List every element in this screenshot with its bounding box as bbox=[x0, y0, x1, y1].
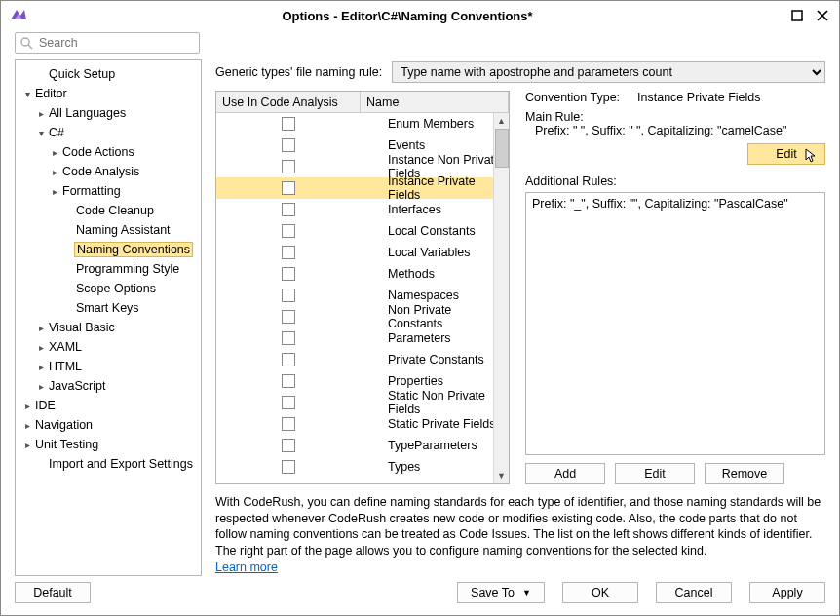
tree-item-programming-style[interactable]: Programming Style bbox=[16, 259, 201, 279]
tree-item-navigation[interactable]: ▸Navigation bbox=[16, 415, 201, 435]
use-in-analysis-checkbox[interactable] bbox=[282, 160, 295, 173]
table-row[interactable]: Interfaces bbox=[216, 199, 509, 220]
table-row[interactable]: Enum Members bbox=[216, 113, 509, 135]
use-in-analysis-checkbox[interactable] bbox=[282, 417, 295, 431]
caret-expanded-icon[interactable]: ▾ bbox=[35, 128, 47, 138]
additional-rule-item[interactable]: Prefix: "_", Suffix: "", Capitalizing: "… bbox=[532, 197, 819, 211]
identifier-name: Methods bbox=[361, 267, 509, 281]
additional-rules-list[interactable]: Prefix: "_", Suffix: "", Capitalizing: "… bbox=[525, 192, 825, 455]
use-in-analysis-checkbox[interactable] bbox=[282, 396, 295, 409]
edit-rule-button[interactable]: Edit bbox=[615, 463, 695, 484]
use-in-analysis-checkbox[interactable] bbox=[282, 203, 295, 216]
caret-collapsed-icon[interactable]: ▸ bbox=[35, 381, 47, 392]
main-rule-label: Main Rule: bbox=[525, 110, 825, 124]
use-in-analysis-checkbox[interactable] bbox=[282, 331, 295, 345]
tree-item-ide[interactable]: ▸IDE bbox=[16, 396, 201, 415]
tree-item-code-actions[interactable]: ▸Code Actions bbox=[16, 142, 201, 162]
use-in-analysis-checkbox[interactable] bbox=[282, 181, 295, 195]
tree-item-naming-assistant[interactable]: Naming Assistant bbox=[16, 220, 201, 240]
scroll-thumb[interactable] bbox=[495, 129, 509, 168]
tree-item-editor[interactable]: ▾Editor bbox=[16, 84, 201, 103]
caret-collapsed-icon[interactable]: ▸ bbox=[21, 401, 33, 411]
tree-item-quick-setup[interactable]: Quick Setup bbox=[16, 64, 201, 84]
identifier-name: Non Private Constants bbox=[361, 303, 509, 330]
ok-button[interactable]: OK bbox=[562, 582, 638, 603]
tree-item-label: IDE bbox=[33, 399, 56, 412]
tree-item-label: Formatting bbox=[60, 184, 121, 198]
table-row[interactable]: Static Non Private Fields bbox=[216, 392, 509, 413]
use-in-analysis-checkbox[interactable] bbox=[282, 310, 295, 324]
tree-item-import-and-export-settings[interactable]: Import and Export Settings bbox=[16, 454, 201, 474]
col-use-in-analysis[interactable]: Use In Code Analysis bbox=[216, 92, 361, 112]
tree-item-c-[interactable]: ▾C# bbox=[16, 123, 201, 142]
tree-item-code-analysis[interactable]: ▸Code Analysis bbox=[16, 162, 201, 181]
use-in-analysis-checkbox[interactable] bbox=[282, 374, 295, 388]
use-in-analysis-checkbox[interactable] bbox=[282, 138, 295, 152]
tree-item-scope-options[interactable]: Scope Options bbox=[16, 279, 201, 298]
options-tree[interactable]: Quick Setup▾Editor▸All Languages▾C#▸Code… bbox=[15, 59, 202, 576]
edit-main-rule-button[interactable]: Edit bbox=[747, 143, 825, 165]
remove-rule-button[interactable]: Remove bbox=[705, 463, 784, 484]
dialog-footer: Default Save To ▼ OK Cancel Apply bbox=[15, 582, 825, 603]
table-row[interactable]: Instance Private Fields bbox=[216, 177, 509, 199]
table-row[interactable]: Non Private Constants bbox=[216, 306, 509, 327]
table-scrollbar[interactable]: ▲ ▼ bbox=[493, 113, 509, 483]
use-in-analysis-checkbox[interactable] bbox=[282, 117, 295, 131]
cancel-button[interactable]: Cancel bbox=[656, 582, 732, 603]
use-in-analysis-checkbox[interactable] bbox=[282, 289, 295, 302]
default-button[interactable]: Default bbox=[15, 582, 91, 603]
tree-item-html[interactable]: ▸HTML bbox=[16, 357, 201, 376]
save-to-button[interactable]: Save To ▼ bbox=[457, 582, 545, 603]
add-rule-button[interactable]: Add bbox=[525, 463, 605, 484]
close-icon[interactable] bbox=[814, 7, 831, 24]
caret-collapsed-icon[interactable]: ▸ bbox=[35, 323, 47, 333]
table-row[interactable]: Private Constants bbox=[216, 349, 509, 370]
use-in-analysis-checkbox[interactable] bbox=[282, 246, 295, 259]
table-row[interactable]: Types bbox=[216, 456, 509, 478]
learn-more-link[interactable]: Learn more bbox=[215, 560, 278, 574]
table-row[interactable]: Local Constants bbox=[216, 220, 509, 242]
caret-collapsed-icon[interactable]: ▸ bbox=[49, 167, 60, 177]
identifier-name: Static Non Private Fields bbox=[361, 389, 509, 416]
tree-item-label: Editor bbox=[33, 87, 67, 100]
tree-item-formatting[interactable]: ▸Formatting bbox=[16, 181, 201, 201]
caret-collapsed-icon[interactable]: ▸ bbox=[35, 342, 47, 353]
table-row[interactable]: Local Variables bbox=[216, 242, 509, 263]
search-box[interactable] bbox=[15, 32, 200, 54]
caret-collapsed-icon[interactable]: ▸ bbox=[49, 186, 60, 197]
use-in-analysis-checkbox[interactable] bbox=[282, 267, 295, 281]
tree-item-naming-conventions[interactable]: Naming Conventions bbox=[16, 240, 201, 259]
caret-collapsed-icon[interactable]: ▸ bbox=[35, 108, 47, 119]
table-row[interactable]: Static Private Fields bbox=[216, 413, 509, 435]
use-in-analysis-checkbox[interactable] bbox=[282, 439, 295, 452]
use-in-analysis-checkbox[interactable] bbox=[282, 460, 295, 474]
caret-expanded-icon[interactable]: ▾ bbox=[21, 89, 33, 99]
caret-collapsed-icon[interactable]: ▸ bbox=[35, 362, 47, 372]
caret-collapsed-icon[interactable]: ▸ bbox=[21, 420, 33, 431]
tree-item-unit-testing[interactable]: ▸Unit Testing bbox=[16, 435, 201, 454]
search-input[interactable] bbox=[37, 35, 195, 51]
use-in-analysis-checkbox[interactable] bbox=[282, 224, 295, 238]
tree-item-xaml[interactable]: ▸XAML bbox=[16, 337, 201, 357]
svg-line-4 bbox=[28, 45, 32, 49]
scroll-down-icon[interactable]: ▼ bbox=[494, 468, 509, 483]
caret-collapsed-icon[interactable]: ▸ bbox=[21, 440, 33, 450]
tree-item-visual-basic[interactable]: ▸Visual Basic bbox=[16, 318, 201, 337]
tree-item-javascript[interactable]: ▸JavaScript bbox=[16, 376, 201, 396]
identifier-name: TypeParameters bbox=[361, 439, 509, 452]
apply-button[interactable]: Apply bbox=[749, 582, 825, 603]
identifier-name: Types bbox=[361, 460, 509, 474]
tree-item-code-cleanup[interactable]: Code Cleanup bbox=[16, 201, 201, 220]
generic-rule-select[interactable]: Type name with apostrophe and parameters… bbox=[392, 61, 825, 83]
maximize-icon[interactable] bbox=[788, 7, 806, 24]
tree-item-all-languages[interactable]: ▸All Languages bbox=[16, 103, 201, 123]
table-row[interactable]: TypeParameters bbox=[216, 435, 509, 456]
description-text: With CodeRush, you can define naming sta… bbox=[215, 494, 825, 576]
use-in-analysis-checkbox[interactable] bbox=[282, 353, 295, 366]
table-row[interactable]: Methods bbox=[216, 263, 509, 285]
scroll-up-icon[interactable]: ▲ bbox=[494, 113, 509, 129]
table-row[interactable]: Parameters bbox=[216, 327, 509, 349]
col-name[interactable]: Name bbox=[361, 92, 509, 112]
tree-item-smart-keys[interactable]: Smart Keys bbox=[16, 298, 201, 318]
caret-collapsed-icon[interactable]: ▸ bbox=[49, 147, 60, 158]
